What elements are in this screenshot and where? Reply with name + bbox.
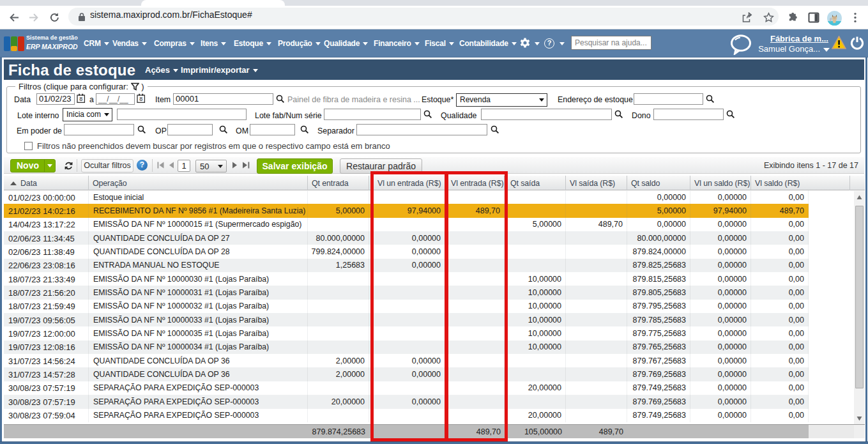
svg-text:8: 8 [79,96,82,102]
svg-text:8: 8 [139,96,142,102]
